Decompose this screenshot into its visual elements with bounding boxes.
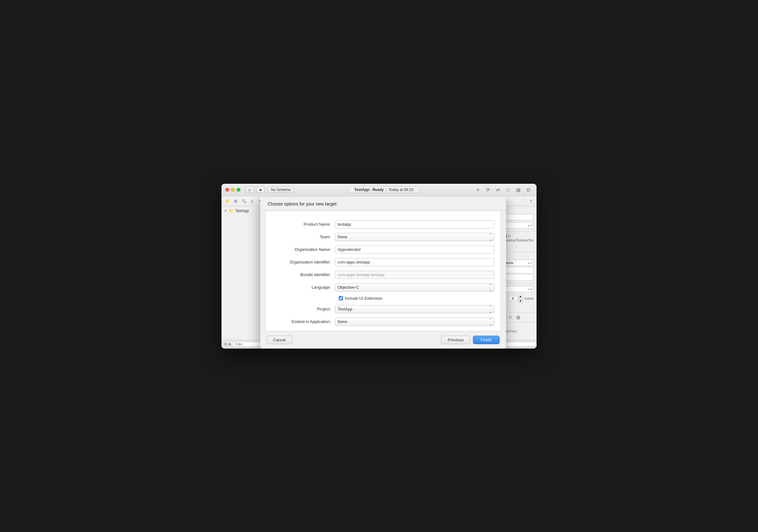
team-select[interactable]: None — [335, 233, 494, 241]
back-icon: ▷ — [249, 188, 251, 192]
back-button[interactable]: ▷ — [245, 186, 254, 193]
project-select-wrapper: TestApp ⌃⌄ — [335, 305, 494, 313]
panel-icon[interactable]: ⊡ — [524, 186, 533, 193]
dialog-footer: Cancel Previous Finish — [260, 331, 506, 349]
include-ui-label: Include UI Extension — [345, 296, 382, 301]
language-select[interactable]: Objective-C Swift — [335, 283, 494, 292]
navigation-icon[interactable]: ⇄ — [494, 186, 502, 193]
folder-browse-icon[interactable]: □ — [508, 234, 511, 238]
org-name-label: Organization Name: — [272, 247, 335, 252]
target-icon[interactable]: ⊙ — [506, 314, 513, 321]
collapse-arrow: ▼ — [224, 209, 227, 212]
previous-button[interactable]: Previous — [441, 336, 470, 344]
hierarchy-icon[interactable]: ⊞ — [232, 197, 239, 204]
dialog: Choose options for your new target: Prod… — [260, 196, 506, 349]
language-label: Language: — [272, 285, 335, 290]
traffic-lights — [225, 188, 240, 192]
bundle-id-label: Bundle Identifier: — [272, 272, 335, 277]
finish-button[interactable]: Finish — [473, 336, 500, 344]
project-icon: 📁 — [229, 209, 233, 213]
team-select-wrapper: None ⌃⌄ — [335, 233, 494, 241]
project-label: Project: — [272, 307, 335, 311]
org-name-row: Organization Name: — [272, 245, 494, 254]
language-row: Language: Objective-C Swift ⌃⌄ — [272, 283, 494, 292]
include-ui-checkbox[interactable] — [339, 296, 343, 301]
titlebar-controls: ▷ ■ — [245, 186, 265, 193]
scheme-selector[interactable]: No Scheme — [267, 187, 294, 193]
indent-value-input[interactable] — [508, 296, 518, 301]
stop-button[interactable]: ■ — [256, 186, 265, 193]
main-window: ▷ ■ No Scheme TestApp: Ready | Today at … — [222, 184, 536, 349]
project-row: Project: TestApp ⌃⌄ — [272, 305, 494, 313]
list-view-icon[interactable]: ▤ — [515, 314, 522, 321]
folder-icon[interactable]: 📁 — [224, 197, 231, 204]
product-name-input[interactable] — [335, 220, 494, 229]
file-icon[interactable]: 📄 — [520, 198, 526, 204]
language-select-wrapper: Objective-C Swift ⌃⌄ — [335, 283, 494, 292]
product-name-row: Product Name: — [272, 220, 494, 229]
indent-stepper: ▲ ▼ — [508, 294, 523, 303]
embed-label: Embed in Application: — [272, 319, 335, 324]
embed-select[interactable]: None — [335, 318, 494, 326]
embed-select-wrapper: None ⌃⌄ — [335, 318, 494, 326]
team-row: Team: None ⌃⌄ — [272, 233, 494, 241]
filter-icon: ⚙ — [228, 341, 231, 348]
titlebar-center: TestApp: Ready | Today at 08:23 — [297, 186, 471, 193]
hamburger-icon[interactable]: ≡ — [473, 186, 482, 193]
scheme-label: No Scheme — [271, 188, 291, 192]
status-divider: | — [386, 188, 387, 192]
status-bar: TestApp: Ready | Today at 08:23 — [348, 186, 420, 193]
minimize-button[interactable] — [231, 188, 235, 192]
bundle-id-input — [335, 271, 494, 279]
team-label: Team: — [272, 234, 335, 239]
add-item-button[interactable]: + — [224, 341, 227, 347]
dialog-overlay: Choose options for your new target: Prod… — [291, 196, 475, 349]
product-name-label: Product Name: — [272, 222, 335, 227]
indent-decrement-button[interactable]: ▼ — [518, 299, 523, 303]
sidebar-item-label: TestApp — [235, 209, 249, 213]
help-icon[interactable]: ? — [528, 198, 534, 204]
refresh-icon[interactable]: ⟳ — [484, 186, 493, 193]
dialog-body: Product Name: Team: None ⌃⌄ — [265, 211, 501, 331]
org-id-row: Organization Identifier: — [272, 258, 494, 266]
close-button[interactable] — [225, 188, 229, 192]
dialog-header: Choose options for your new target: — [260, 196, 506, 211]
status-app: TestApp: — [355, 188, 370, 192]
indent-label: Indent — [525, 297, 534, 301]
assistant-icon[interactable]: ▤ — [514, 186, 523, 193]
dialog-title: Choose options for your new target: — [268, 201, 338, 206]
indent-increment-button[interactable]: ▲ — [518, 294, 523, 299]
stop-icon: ■ — [259, 188, 262, 192]
search-icon[interactable]: 🔍 — [240, 197, 247, 204]
org-id-label: Organization Identifier: — [272, 260, 335, 265]
maximize-button[interactable] — [237, 188, 240, 192]
bundle-id-row: Bundle Identifier: — [272, 271, 494, 279]
status-state: Ready — [372, 188, 384, 192]
titlebar: ▷ ■ No Scheme TestApp: Ready | Today at … — [222, 184, 536, 196]
titlebar-right: ≡ ⟳ ⇄ □ ▤ ⊡ — [473, 186, 533, 193]
include-ui-row: Include UI Extension — [272, 296, 494, 301]
main-content: 📁 ⊞ 🔍 ⚠ ✦ ▤ ▼ 📁 TestApp + ⚙ ⏰ ⊠ — [222, 196, 536, 349]
dialog-footer-right: Previous Finish — [441, 336, 500, 344]
cancel-button[interactable]: Cancel — [266, 336, 293, 344]
editor-icon[interactable]: □ — [504, 186, 513, 193]
center-panel: Use Base Internationalization Choose opt… — [291, 196, 475, 349]
org-name-input[interactable] — [335, 245, 494, 254]
org-id-input[interactable] — [335, 258, 494, 266]
project-select[interactable]: TestApp — [335, 305, 494, 313]
warning-icon[interactable]: ⚠ — [249, 197, 256, 204]
embed-row: Embed in Application: None ⌃⌄ — [272, 318, 494, 326]
status-time: Today at 08:23 — [389, 188, 413, 192]
